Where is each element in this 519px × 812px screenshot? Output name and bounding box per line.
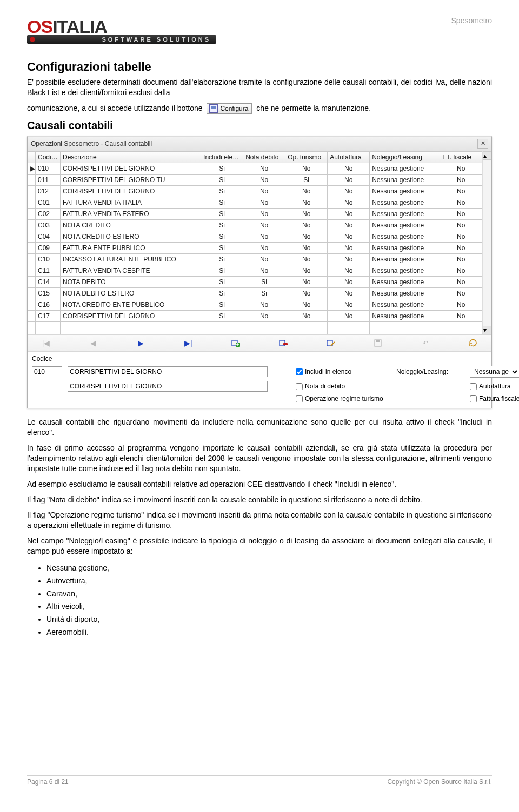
col-header: Codice	[36, 152, 61, 163]
subsection-title: Causali contabili	[27, 119, 492, 132]
col-header: Autofattura	[328, 152, 370, 163]
doc-header-right: Spesometro	[451, 16, 492, 25]
codice-input[interactable]	[32, 366, 62, 377]
list-item: Unità di diporto,	[46, 613, 492, 626]
svg-rect-3	[283, 343, 288, 345]
table-row[interactable]: C14NOTA DEBITOSiSiNoNoNessuna gestioneNo	[28, 277, 482, 288]
nav-save-icon[interactable]	[370, 338, 385, 348]
table-row[interactable]: C04NOTA CREDITO ESTEROSiNoNoNoNessuna ge…	[28, 231, 482, 243]
logo-subtitle: SOFTWARE SOLUTIONS	[27, 35, 216, 44]
table-row[interactable]: C03NOTA CREDITOSiNoNoNoNessuna gestioneN…	[28, 220, 482, 231]
nav-undo-icon[interactable]: ↶	[418, 338, 433, 348]
window-title: Operazioni Spesometro - Causali contabil…	[31, 140, 152, 147]
autofattura-checkbox[interactable]	[470, 383, 477, 390]
col-header: Descrizione	[61, 152, 201, 163]
intro-post: che ne permette la manutenzione.	[256, 104, 371, 112]
para-3: Ad esempio escludiamo le causali contabi…	[27, 479, 492, 489]
footer-copyright: Copyright © Open Source Italia S.r.l.	[387, 778, 492, 786]
nota-checkbox[interactable]	[296, 383, 303, 390]
section-title: Configurazioni tabelle	[27, 60, 492, 74]
nav-edit-icon[interactable]	[323, 338, 338, 348]
turismo-label: Operazione regime turismo	[305, 395, 383, 402]
causali-window: Operazioni Spesometro - Causali contabil…	[27, 136, 492, 408]
footer-page: Pagina 6 di 21	[27, 778, 69, 786]
scrollbar[interactable]: ▴ ▾	[482, 151, 491, 334]
nav-prev-icon[interactable]: ◀	[86, 338, 101, 348]
para-4: Il flag "Nota di debito" indica se i mov…	[27, 495, 492, 505]
svg-rect-6	[376, 340, 380, 342]
table-row[interactable]: C09FATTURA ENTE PUBBLICOSiNoNoNoNessuna …	[28, 243, 482, 254]
nav-first-icon[interactable]: |◀	[38, 338, 54, 348]
para-6: Nel campo "Noleggio/Leasing" è possibile…	[27, 536, 492, 556]
scroll-up-icon[interactable]: ▴	[483, 151, 491, 160]
descrizione-input-1[interactable]	[68, 366, 268, 377]
col-header: Noleggio/Leasing	[370, 152, 440, 163]
table-row[interactable]: C10INCASSO FATTURA ENTE PUBBLICOSiNoNoNo…	[28, 254, 482, 265]
list-item: Autovettura,	[46, 575, 492, 588]
nav-add-icon[interactable]	[228, 338, 243, 348]
col-header: Nota debito	[243, 152, 285, 163]
noleggio-select[interactable]: Nessuna gestione	[470, 366, 519, 378]
nota-label: Nota di debito	[305, 382, 345, 390]
list-item: Caravan,	[46, 588, 492, 601]
includi-checkbox[interactable]	[296, 368, 303, 375]
logo-text-a: OS	[27, 16, 52, 37]
intro-paragraph-1: E' possibile escludere determinati docum…	[27, 77, 492, 98]
para-2: In fase di primo accesso al programma ve…	[27, 443, 492, 474]
scroll-down-icon[interactable]: ▾	[483, 326, 491, 334]
noleggio-label: Noleggio/Leasing:	[396, 368, 467, 375]
table-row[interactable]: ▶010CORRISPETTIVI DEL GIORNOSiNoNoNoNess…	[28, 163, 482, 175]
table-row[interactable]: 012CORRISPETTIVI DEL GIORNOSiNoNoNoNessu…	[28, 186, 482, 197]
table-row[interactable]: 011CORRISPETTIVI DEL GIORNO TUSiNoSiNoNe…	[28, 175, 482, 186]
detail-form: Codice Includi in elenco Noleggio/Leasin…	[28, 352, 491, 408]
label-codice: Codice	[32, 355, 64, 363]
para-5: Il flag "Operazione regime turismo" indi…	[27, 510, 492, 531]
autofattura-label: Autofattura	[479, 382, 511, 390]
list-item: Altri veicoli,	[46, 600, 492, 613]
noleggio-options-list: Nessuna gestione,Autovettura,Caravan,Alt…	[46, 562, 492, 639]
col-header: Op. turismo	[285, 152, 328, 163]
logo-text-b: ITALIA	[52, 16, 107, 37]
list-item: Aereomobili.	[46, 626, 492, 639]
fiscale-label: Fattura fiscale	[479, 395, 519, 402]
turismo-checkbox[interactable]	[296, 395, 303, 402]
config-button-label: Configura	[220, 104, 248, 113]
col-header: FT. fiscale	[440, 152, 482, 163]
table-row[interactable]: C11FATTURA VENDITA CESPITESiNoNoNoNessun…	[28, 265, 482, 277]
descrizione-input-2[interactable]	[68, 381, 268, 392]
table-row[interactable]: C01FATTURA VENDITA ITALIASiNoNoNoNessuna…	[28, 197, 482, 209]
list-item: Nessuna gestione,	[46, 562, 492, 575]
intro-pre: comunicazione, a cui si accede utilizzan…	[27, 104, 204, 112]
table-row[interactable]: C17CORRISPETTIVI DEL GIORNOSiNoNoNoNessu…	[28, 311, 482, 322]
logo: OSITALIA SOFTWARE SOLUTIONS	[27, 16, 216, 44]
intro-paragraph-2: comunicazione, a cui si accede utilizzan…	[27, 103, 492, 114]
table-row[interactable]: C02FATTURA VENDITA ESTEROSiNoNoNoNessuna…	[28, 209, 482, 220]
config-button[interactable]: Configura	[207, 103, 252, 114]
nav-last-icon[interactable]: ▶|	[181, 338, 196, 348]
table-row[interactable]: C15NOTA DEBITO ESTEROSiSiNoNoNessuna ges…	[28, 288, 482, 299]
para-1: Le causali contabili che riguardano movi…	[27, 417, 492, 438]
fiscale-checkbox[interactable]	[470, 395, 477, 402]
close-icon[interactable]: ✕	[477, 139, 488, 149]
causali-table: CodiceDescrizioneIncludi elencoNota debi…	[28, 151, 482, 334]
nav-delete-icon[interactable]	[276, 338, 291, 348]
col-header	[28, 152, 36, 163]
col-header: Includi elenco	[201, 152, 243, 163]
includi-label: Includi in elenco	[305, 368, 351, 375]
nav-next-icon[interactable]: ▶	[134, 338, 149, 348]
nav-refresh-icon[interactable]	[465, 338, 481, 348]
table-row[interactable]: C16NOTA CREDITO ENTE PUBBLICOSiNoNoNoNes…	[28, 299, 482, 311]
record-nav-toolbar: |◀ ◀ ▶ ▶| ↶	[28, 334, 491, 352]
config-icon	[209, 104, 218, 113]
